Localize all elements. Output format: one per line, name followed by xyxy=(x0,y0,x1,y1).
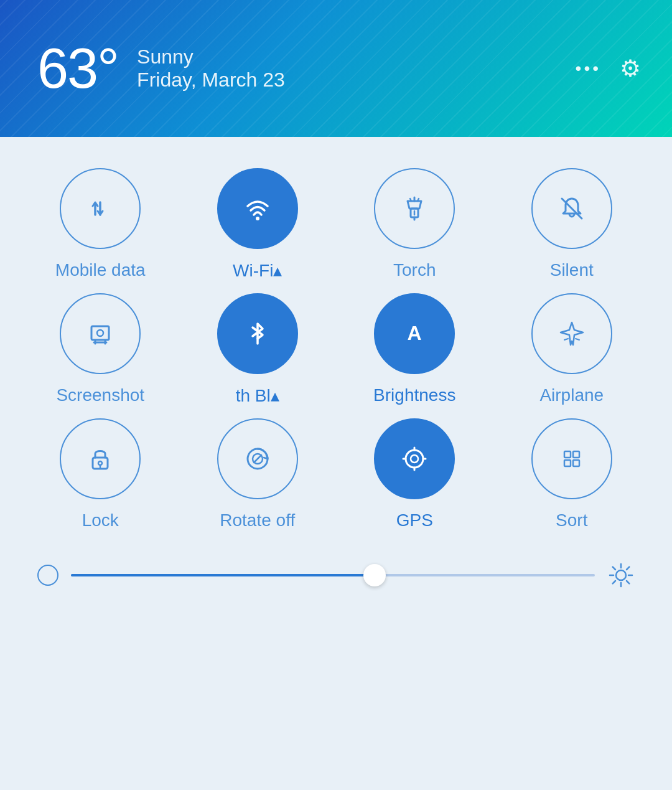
brightness-icon: A xyxy=(398,317,431,350)
tile-airplane-circle xyxy=(531,293,612,374)
tile-rotate[interactable]: Rotate off xyxy=(182,418,334,530)
tile-gps-label: GPS xyxy=(396,510,433,530)
settings-icon[interactable]: ⚙ xyxy=(620,55,641,82)
svg-text:A: A xyxy=(408,322,422,344)
silent-icon xyxy=(556,192,588,225)
tile-gps[interactable]: GPS xyxy=(339,418,490,530)
wifi-icon xyxy=(241,192,274,225)
tile-sort-circle xyxy=(531,418,612,499)
svg-point-11 xyxy=(97,330,103,336)
bluetooth-icon xyxy=(241,317,274,350)
tile-sort-label: Sort xyxy=(556,510,587,530)
svg-line-39 xyxy=(627,581,629,583)
tile-lock-circle xyxy=(60,418,141,499)
tile-lock-label: Lock xyxy=(82,510,119,530)
tile-screenshot-label: Screenshot xyxy=(56,385,144,405)
svg-line-22 xyxy=(254,455,261,463)
control-panel: Mobile data Wi-Fi▴ xyxy=(0,137,672,790)
tiles-row-3: Lock Rotate off xyxy=(25,418,647,530)
brightness-low-icon xyxy=(37,565,58,586)
tile-bluetooth[interactable]: th Bl▴ xyxy=(182,293,334,406)
tile-brightness-circle: A xyxy=(374,293,455,374)
svg-rect-31 xyxy=(564,460,571,466)
more-options-icon[interactable]: ••• xyxy=(576,59,601,78)
tile-lock[interactable]: Lock xyxy=(25,418,176,530)
weather-date: Friday, March 23 xyxy=(137,68,285,92)
svg-point-23 xyxy=(406,450,423,468)
tile-brightness[interactable]: A Brightness xyxy=(339,293,490,406)
tile-torch[interactable]: Torch xyxy=(339,168,490,281)
torch-icon xyxy=(398,192,431,225)
tiles-row-1: Mobile data Wi-Fi▴ xyxy=(25,168,647,281)
tile-wifi[interactable]: Wi-Fi▴ xyxy=(182,168,334,281)
tile-silent[interactable]: Silent xyxy=(497,168,648,281)
header-actions: ••• ⚙ xyxy=(576,55,641,82)
brightness-slider-thumb[interactable] xyxy=(363,564,386,586)
svg-rect-29 xyxy=(564,451,571,458)
tile-airplane-label: Airplane xyxy=(539,385,604,405)
tile-silent-label: Silent xyxy=(550,260,594,280)
tile-silent-circle xyxy=(531,168,612,249)
tile-mobile-data-label: Mobile data xyxy=(55,260,146,280)
svg-rect-10 xyxy=(91,326,109,340)
brightness-bar xyxy=(25,562,647,589)
airplane-icon xyxy=(556,317,588,350)
lock-icon xyxy=(84,443,116,475)
tile-wifi-circle xyxy=(217,168,298,249)
tile-mobile-data-circle xyxy=(60,168,141,249)
tile-torch-circle xyxy=(374,168,455,249)
svg-line-41 xyxy=(613,581,615,583)
tile-gps-circle xyxy=(374,418,455,499)
tile-wifi-label: Wi-Fi▴ xyxy=(233,260,282,281)
tiles-row-2: Screenshot th Bl▴ A Brightness xyxy=(25,293,647,406)
mobile-data-icon xyxy=(84,192,116,225)
tile-bluetooth-circle xyxy=(217,293,298,374)
svg-rect-32 xyxy=(573,460,579,466)
brightness-slider-fill xyxy=(71,574,375,576)
brightness-slider-track[interactable] xyxy=(71,574,595,576)
tile-screenshot-circle xyxy=(60,293,141,374)
rotate-icon xyxy=(241,443,274,475)
tile-sort[interactable]: Sort xyxy=(497,418,648,530)
header: 63° Sunny Friday, March 23 ••• ⚙ xyxy=(0,0,672,137)
screenshot-icon xyxy=(84,317,116,350)
tile-bluetooth-label: th Bl▴ xyxy=(236,385,279,406)
svg-point-24 xyxy=(411,455,418,463)
weather-temperature: 63° xyxy=(37,37,118,101)
weather-condition: Sunny xyxy=(137,45,285,68)
svg-line-38 xyxy=(613,567,615,570)
gps-icon xyxy=(398,443,431,475)
svg-line-40 xyxy=(627,567,629,570)
weather-info: Sunny Friday, March 23 xyxy=(137,45,285,92)
svg-rect-30 xyxy=(573,451,579,458)
svg-point-33 xyxy=(616,570,626,580)
tile-torch-label: Torch xyxy=(393,260,436,280)
tile-airplane[interactable]: Airplane xyxy=(497,293,648,406)
tile-brightness-label: Brightness xyxy=(373,385,455,405)
svg-point-2 xyxy=(256,217,259,220)
tile-rotate-label: Rotate off xyxy=(220,510,295,530)
sort-icon xyxy=(556,443,588,475)
tile-rotate-circle xyxy=(217,418,298,499)
tile-mobile-data[interactable]: Mobile data xyxy=(25,168,176,281)
tile-screenshot[interactable]: Screenshot xyxy=(25,293,176,406)
brightness-high-icon xyxy=(607,562,635,589)
